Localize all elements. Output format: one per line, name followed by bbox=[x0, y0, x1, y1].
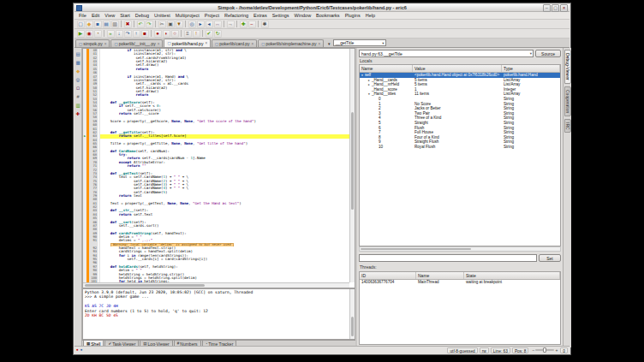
preferences-button[interactable]: ✱ bbox=[261, 21, 269, 28]
redo-button[interactable]: ↷ bbox=[146, 21, 153, 28]
column-header-id[interactable]: ID bbox=[360, 272, 416, 279]
zoom-in-button[interactable]: ✚ bbox=[240, 21, 247, 28]
menu-file[interactable]: File bbox=[76, 12, 89, 20]
menu-multiproject[interactable]: Multiproject bbox=[173, 12, 202, 20]
multiproject-viewer-tab[interactable]: ▦ bbox=[75, 58, 81, 66]
variable-row[interactable]: 10Royal FlushString bbox=[360, 145, 560, 150]
tab-close-icon[interactable]: × bbox=[104, 42, 107, 46]
toggle-breakpoint-button[interactable]: ● bbox=[154, 30, 162, 38]
symbols-tab[interactable]: Ω bbox=[75, 84, 81, 92]
column-header-state[interactable]: State bbox=[464, 272, 560, 279]
scrollbar-thumb[interactable] bbox=[361, 248, 471, 250]
debug-script-button[interactable]: ◉ bbox=[86, 30, 93, 38]
tab-pokerlib-simplemachine-py[interactable]: ▢pokerlib/simplemachine.py× bbox=[258, 39, 324, 47]
scrollbar-thumb[interactable] bbox=[351, 112, 354, 211]
project-viewer-tab[interactable]: ▤ bbox=[75, 50, 81, 57]
step-over-button[interactable]: ↷ bbox=[124, 30, 132, 38]
find-file-tab[interactable]: ◎ bbox=[75, 75, 81, 83]
scrollbar-thumb[interactable] bbox=[85, 284, 205, 287]
menu-settings[interactable]: Settings bbox=[270, 12, 292, 20]
menu-project[interactable]: Project bbox=[202, 12, 222, 20]
step-into-button[interactable]: ↓ bbox=[116, 30, 123, 38]
zoom-in-icon[interactable]: + bbox=[555, 347, 558, 353]
quicksearch-combo[interactable]: __getTitle ▾ bbox=[333, 39, 386, 46]
zoom-slider[interactable] bbox=[535, 349, 554, 351]
close-editor-button[interactable]: ✖ bbox=[124, 21, 132, 28]
shell-panel[interactable]: Python 3.9.0 (default, Jun 23 2020, 10:0… bbox=[82, 288, 355, 340]
continue-button[interactable]: » bbox=[107, 30, 115, 38]
goto-line-button[interactable]: → bbox=[227, 21, 235, 28]
clear-breakpoints-button[interactable]: ○ bbox=[171, 30, 179, 38]
variables-hscrollbar[interactable] bbox=[359, 246, 561, 252]
run-script-button[interactable]: ▶ bbox=[77, 30, 85, 38]
minimize-button[interactable]: – bbox=[543, 4, 551, 12]
menu-edit[interactable]: Edit bbox=[89, 12, 102, 20]
tab-pokerlib-hand-py[interactable]: ▢pokerlib/hand.py× bbox=[164, 39, 211, 47]
print-button[interactable]: ▥ bbox=[111, 21, 119, 28]
stack-frame-combo[interactable]: hand.py:63.__getTitle ▾ bbox=[359, 50, 534, 57]
search-button[interactable]: ◎ bbox=[188, 21, 196, 28]
step-out-button[interactable]: ↑ bbox=[133, 30, 140, 38]
scrollbar-thumb[interactable] bbox=[351, 317, 354, 336]
menu-refactoring[interactable]: Refactoring bbox=[222, 12, 251, 20]
set-filter-button[interactable]: Set bbox=[539, 254, 561, 262]
tab-close-icon[interactable]: × bbox=[318, 42, 320, 46]
tab-close-icon[interactable]: × bbox=[252, 42, 254, 46]
tab-close-icon[interactable]: × bbox=[158, 42, 160, 46]
menu-extras[interactable]: Extras bbox=[251, 12, 270, 20]
paste-button[interactable]: ▼ bbox=[176, 21, 183, 28]
template-viewer-tab[interactable]: ▥ bbox=[75, 101, 81, 109]
menu-plugins[interactable]: Plugins bbox=[343, 12, 363, 20]
zoom-out-button[interactable]: − bbox=[248, 21, 256, 28]
zoom-out-icon[interactable]: − bbox=[532, 347, 534, 353]
editor-hscrollbar[interactable] bbox=[83, 282, 349, 288]
next-breakpoint-button[interactable]: ◗ bbox=[163, 30, 170, 38]
source-button[interactable]: Source bbox=[535, 50, 561, 57]
sidebar-tab-cooperation[interactable]: Cooperation bbox=[564, 86, 571, 116]
new-file-button[interactable]: ▢ bbox=[77, 21, 85, 28]
tab-list-chevron-icon[interactable]: ▾ bbox=[328, 41, 331, 46]
unittest-restart-button[interactable]: ↻ bbox=[214, 30, 222, 38]
variable-filter-input[interactable] bbox=[359, 254, 537, 262]
column-header-name[interactable]: Name bbox=[360, 65, 413, 72]
evaluate-button[interactable]: ≡ bbox=[184, 30, 192, 38]
open-file-button[interactable]: ◆ bbox=[86, 21, 93, 28]
replace-button[interactable]: ↔ bbox=[214, 21, 222, 28]
profile-script-button[interactable]: ◔ bbox=[94, 30, 102, 38]
menu-debug[interactable]: Debug bbox=[133, 12, 152, 20]
menu-window[interactable]: Window bbox=[292, 12, 314, 20]
search-next-button[interactable]: ▸ bbox=[197, 21, 205, 28]
copy-button[interactable]: ▣ bbox=[167, 21, 175, 28]
column-header-value[interactable]: Value bbox=[413, 65, 502, 72]
search-prev-button[interactable]: ◂ bbox=[206, 21, 213, 28]
maximize-button[interactable]: ▢ bbox=[552, 4, 559, 12]
sidebar-tab-irc[interactable]: IRC bbox=[564, 119, 571, 134]
editor-vscrollbar[interactable] bbox=[349, 49, 355, 282]
close-button[interactable]: ✕ bbox=[560, 4, 568, 12]
menu-bookmarks[interactable]: Bookmarks bbox=[313, 12, 343, 20]
code-editor[interactable]: 40 if isinstance(a1, str) and \41 isinst… bbox=[82, 48, 355, 288]
menu-view[interactable]: View bbox=[102, 12, 117, 20]
save-all-button[interactable]: ▤ bbox=[103, 21, 110, 28]
plugin-repository-tab[interactable]: ✚ bbox=[75, 110, 81, 117]
menu-start[interactable]: Start bbox=[117, 12, 133, 20]
cut-button[interactable]: ✂ bbox=[158, 21, 166, 28]
menu-help[interactable]: Help bbox=[363, 12, 378, 20]
file-browser-tab[interactable]: ◆ bbox=[75, 67, 81, 74]
zoom-slider-thumb[interactable] bbox=[543, 347, 546, 353]
tab-pokerlib-init-py[interactable]: ▢pokerlib/__init__.py× bbox=[110, 39, 163, 47]
tab-close-icon[interactable]: × bbox=[205, 41, 207, 45]
unittest-button[interactable]: ✔ bbox=[206, 30, 213, 38]
tab-simpok-py[interactable]: ▢simpok.py× bbox=[75, 39, 110, 47]
column-header-name[interactable]: Name bbox=[416, 272, 464, 279]
column-header-type[interactable]: Type bbox=[502, 65, 560, 72]
stop-debug-button[interactable]: ■ bbox=[141, 30, 149, 38]
save-file-button[interactable]: ■ bbox=[94, 21, 102, 28]
menu-unittest[interactable]: Unittest bbox=[152, 12, 173, 20]
sidebar-tab-debug-viewer[interactable]: Debug-Viewer bbox=[564, 50, 571, 84]
shell-vscrollbar[interactable] bbox=[349, 289, 355, 339]
undo-button[interactable]: ↶ bbox=[137, 21, 145, 28]
exceptions-button[interactable]: ! bbox=[193, 30, 200, 38]
numbers-tab[interactable]: # bbox=[75, 92, 81, 100]
thread-row[interactable]: 140063636776704MainThreadwaiting at brea… bbox=[360, 280, 560, 285]
